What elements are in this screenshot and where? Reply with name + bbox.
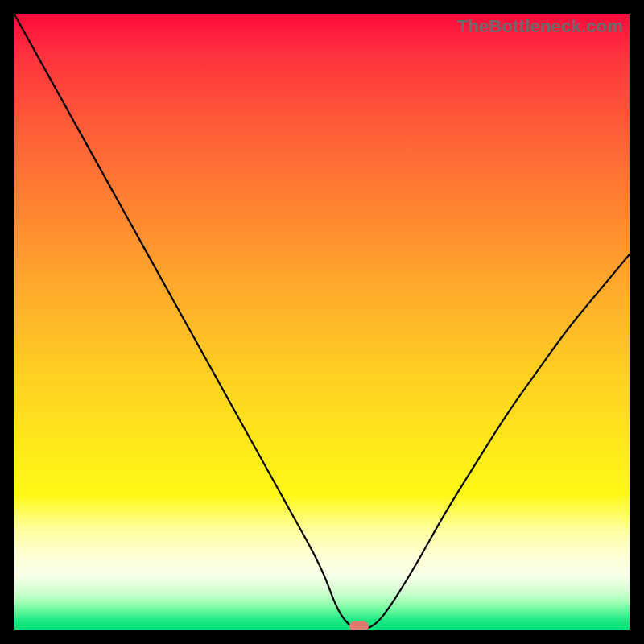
bottleneck-curve [14,14,630,630]
optimal-marker [349,621,369,630]
chart-frame: TheBottleneck.com [0,0,644,644]
curve-path [14,14,630,630]
plot-area: TheBottleneck.com [14,14,630,630]
watermark-text: TheBottleneck.com [457,16,623,37]
